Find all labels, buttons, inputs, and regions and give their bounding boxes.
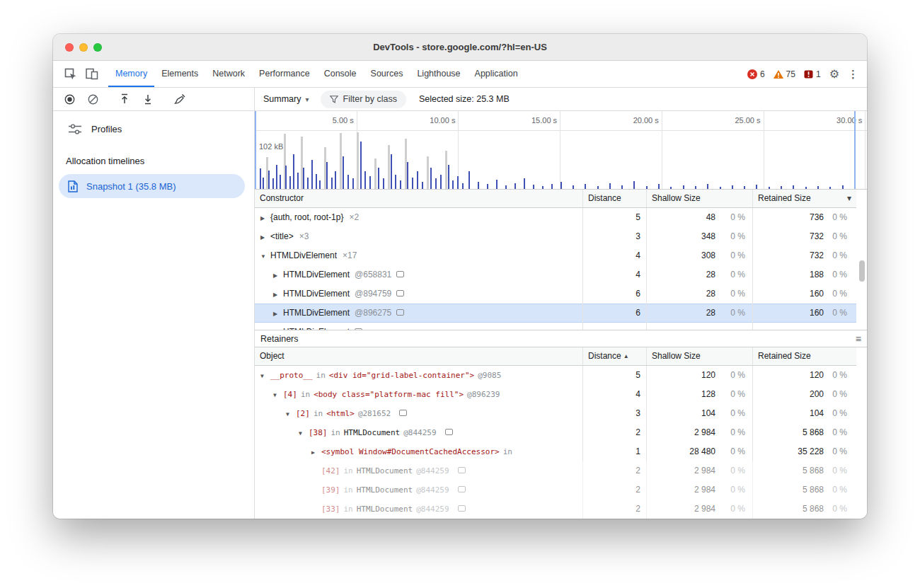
col-object[interactable]: Object: [255, 347, 582, 365]
size-percent: 0 %: [824, 500, 856, 519]
range-handle-left[interactable]: [255, 111, 256, 189]
allocation-bar: [769, 187, 770, 189]
col-distance[interactable]: Distance: [582, 347, 646, 365]
scrollbar-thumb[interactable]: [859, 260, 865, 282]
record-heap-icon[interactable]: [63, 93, 76, 105]
shallow-size-cell: 2 9840 %: [646, 500, 752, 519]
retainer-property: [33]: [321, 505, 340, 514]
table-row[interactable]: HTMLDivElement@8947596280 %1600 %: [255, 284, 856, 304]
zoom-button[interactable]: [93, 43, 102, 52]
collapse-arrow-icon[interactable]: [273, 385, 283, 404]
retained-size-cell: 1600 %: [752, 284, 856, 304]
table-row[interactable]: __proto__in<div id="grid-label-container…: [255, 366, 856, 385]
col-shallow-size[interactable]: Shallow Size: [646, 347, 752, 365]
timeline-chart[interactable]: 102 kB: [255, 131, 867, 189]
tab-lighthouse[interactable]: Lighthouse: [410, 61, 467, 87]
col-retained-size[interactable]: Retained Size: [752, 347, 856, 365]
sidebar-item-snapshot-1[interactable]: Snapshot 1 (35.8 MB): [59, 174, 245, 198]
size-value: 348: [647, 227, 715, 246]
col-distance[interactable]: Distance: [582, 190, 646, 207]
object-cell: <symbol Window#DocumentCachedAccessor>in: [255, 442, 582, 461]
size-percent: 0 %: [715, 227, 752, 246]
profile-view-select[interactable]: Summary: [263, 94, 309, 104]
error-badge[interactable]: 6: [747, 69, 765, 79]
heap-snapshot-icon: [68, 180, 78, 192]
collapse-arrow-icon[interactable]: [260, 366, 270, 385]
menu-icon[interactable]: [856, 333, 861, 345]
table-row[interactable]: HTMLDivElement: [255, 323, 856, 330]
table-row[interactable]: <title>×333480 %7320 %: [255, 227, 856, 246]
save-profile-icon[interactable]: [142, 93, 154, 105]
collapse-arrow-icon[interactable]: [260, 246, 270, 265]
allocation-timeline-overview[interactable]: 5.00 s10.00 s15.00 s20.00 s25.00 s30.00 …: [255, 111, 867, 190]
object-id: @894759: [355, 289, 391, 299]
col-shallow-size[interactable]: Shallow Size: [646, 190, 752, 207]
issues-badge[interactable]: 1: [804, 69, 821, 79]
tab-memory[interactable]: Memory: [108, 61, 154, 87]
clear-all-broom-icon[interactable]: [173, 93, 186, 105]
timeline-ruler[interactable]: 5.00 s10.00 s15.00 s20.00 s25.00 s30.00 …: [255, 111, 867, 131]
expand-arrow-icon[interactable]: [260, 208, 270, 227]
tab-performance[interactable]: Performance: [252, 61, 317, 87]
table-row[interactable]: {auth, root, root-1p}×25480 %7360 %: [255, 208, 856, 227]
retainer-object: <div id="grid-label-container">: [329, 371, 474, 380]
collapse-arrow-icon[interactable]: [286, 404, 296, 423]
table-row[interactable]: HTMLDivElement×1743080 %7320 %: [255, 246, 856, 265]
size-value: 120: [647, 366, 715, 385]
expand-arrow-icon[interactable]: [273, 284, 283, 304]
table-row[interactable]: [4]in<body class="platform-mac fill">@89…: [255, 385, 856, 404]
table-row[interactable]: <symbol Window#DocumentCachedAccessor>in…: [255, 442, 856, 461]
clear-profiles-icon[interactable]: [86, 93, 99, 105]
table-row[interactable]: [2]in<html>@28165231040 %1040 %: [255, 404, 856, 423]
col-retained-size[interactable]: Retained Size: [752, 190, 856, 207]
table-row[interactable]: [42]inHTMLDocument@84425922 9840 %5 8680…: [255, 461, 856, 480]
allocation-bar: [293, 154, 294, 189]
tune-icon: [69, 124, 81, 134]
collapse-arrow-icon[interactable]: [299, 423, 309, 442]
table-row[interactable]: HTMLDivElement@6588314280 %1880 %: [255, 265, 856, 284]
allocation-bar: [417, 171, 418, 189]
table-row[interactable]: [39]inHTMLDocument@84425922 9840 %5 8680…: [255, 480, 856, 500]
window-titlebar[interactable]: DevTools - store.google.com/?hl=en-US: [53, 34, 867, 61]
minimize-button[interactable]: [79, 43, 88, 52]
table-row[interactable]: [38]inHTMLDocument@84425922 9840 %5 8680…: [255, 423, 856, 442]
expand-arrow-icon[interactable]: [260, 227, 270, 246]
shallow-size-cell: 280 %: [646, 265, 752, 284]
expand-arrow-icon[interactable]: [273, 265, 283, 284]
view-controls: Summary Filter by class Selected size: 2…: [255, 88, 867, 110]
warning-badge[interactable]: 75: [774, 69, 795, 79]
allocation-bar: [335, 171, 336, 189]
tab-application[interactable]: Application: [468, 61, 525, 87]
allocation-bar: [272, 178, 274, 189]
load-profile-icon[interactable]: [118, 93, 131, 105]
close-button[interactable]: [65, 43, 74, 52]
tab-sources[interactable]: Sources: [364, 61, 410, 87]
tab-network[interactable]: Network: [205, 61, 252, 87]
size-percent: 0 %: [715, 442, 752, 461]
object-cell: [39]inHTMLDocument@844259: [255, 480, 582, 500]
size-percent: 0 %: [715, 404, 752, 423]
allocation-bar: [695, 186, 696, 189]
table-row[interactable]: HTMLDivElement@8962756280 %1600 %: [255, 304, 856, 323]
settings-gear-icon[interactable]: [829, 67, 839, 81]
constructor-cell: HTMLDivElement@896275: [255, 304, 582, 323]
allocation-bar: [646, 186, 648, 189]
size-value: 2 984: [647, 423, 715, 442]
inspect-element-icon[interactable]: [60, 65, 81, 83]
in-keyword: in: [316, 371, 326, 380]
node-box-icon: [458, 467, 466, 473]
table-row[interactable]: [33]inHTMLDocument@84425922 9840 %5 8680…: [255, 500, 856, 519]
distance-cell: 2: [582, 480, 646, 500]
expand-arrow-icon[interactable]: [273, 304, 283, 323]
device-toolbar-icon[interactable]: [81, 65, 103, 83]
tab-elements[interactable]: Elements: [154, 61, 205, 87]
in-keyword: in: [331, 428, 340, 437]
size-value: 5 868: [753, 480, 824, 500]
more-options-icon[interactable]: [848, 68, 858, 81]
expand-arrow-icon[interactable]: [273, 323, 283, 330]
col-constructor[interactable]: Constructor: [255, 190, 582, 207]
expand-arrow-icon[interactable]: [311, 442, 321, 461]
range-handle-right[interactable]: [854, 111, 856, 189]
tab-console[interactable]: Console: [317, 61, 364, 87]
filter-by-class-input[interactable]: Filter by class: [321, 91, 406, 108]
